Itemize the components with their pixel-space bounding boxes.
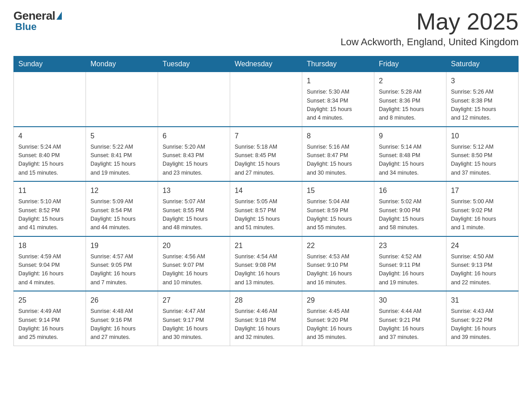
day-info: Sunrise: 4:56 AMSunset: 9:07 PMDaylight:… (163, 253, 225, 287)
calendar-cell: 7Sunrise: 5:18 AMSunset: 8:45 PMDaylight… (230, 127, 302, 182)
day-number: 6 (163, 131, 225, 141)
day-info: Sunrise: 5:30 AMSunset: 8:34 PMDaylight:… (307, 88, 369, 123)
calendar-table: SundayMondayTuesdayWednesdayThursdayFrid… (13, 56, 519, 346)
day-number: 29 (307, 295, 369, 306)
calendar-cell: 20Sunrise: 4:56 AMSunset: 9:07 PMDayligh… (158, 236, 230, 291)
calendar-cell: 31Sunrise: 4:43 AMSunset: 9:22 PMDayligh… (446, 291, 519, 346)
day-number: 28 (235, 295, 297, 306)
day-info: Sunrise: 4:57 AMSunset: 9:05 PMDaylight:… (90, 253, 153, 287)
day-number: 30 (379, 295, 442, 306)
calendar-cell: 19Sunrise: 4:57 AMSunset: 9:05 PMDayligh… (86, 236, 158, 291)
day-number: 23 (379, 240, 442, 251)
day-info: Sunrise: 5:02 AMSunset: 9:00 PMDaylight:… (379, 197, 442, 232)
day-number: 19 (90, 240, 153, 251)
calendar-cell: 17Sunrise: 5:00 AMSunset: 9:02 PMDayligh… (446, 181, 519, 236)
calendar-cell: 30Sunrise: 4:44 AMSunset: 9:21 PMDayligh… (374, 291, 446, 346)
day-info: Sunrise: 5:09 AMSunset: 8:54 PMDaylight:… (90, 197, 153, 232)
day-info: Sunrise: 4:50 AMSunset: 9:13 PMDaylight:… (451, 253, 514, 287)
day-number: 5 (90, 131, 153, 141)
day-number: 3 (451, 76, 514, 86)
day-info: Sunrise: 5:20 AMSunset: 8:43 PMDaylight:… (163, 143, 225, 178)
logo: General Blue (13, 9, 62, 33)
calendar-cell: 8Sunrise: 5:16 AMSunset: 8:47 PMDaylight… (302, 127, 374, 182)
day-info: Sunrise: 5:10 AMSunset: 8:52 PMDaylight:… (18, 197, 81, 232)
day-number: 18 (18, 240, 81, 251)
calendar-cell: 12Sunrise: 5:09 AMSunset: 8:54 PMDayligh… (86, 181, 158, 236)
day-number: 9 (379, 131, 442, 141)
day-number: 2 (379, 76, 442, 86)
day-info: Sunrise: 4:46 AMSunset: 9:18 PMDaylight:… (235, 307, 297, 342)
calendar-cell: 18Sunrise: 4:59 AMSunset: 9:04 PMDayligh… (14, 236, 86, 291)
day-info: Sunrise: 4:53 AMSunset: 9:10 PMDaylight:… (307, 253, 369, 287)
weekday-header-tuesday: Tuesday (158, 56, 230, 72)
calendar-cell: 4Sunrise: 5:24 AMSunset: 8:40 PMDaylight… (14, 127, 86, 182)
day-info: Sunrise: 5:16 AMSunset: 8:47 PMDaylight:… (307, 143, 369, 178)
day-number: 7 (235, 131, 297, 141)
calendar-cell: 29Sunrise: 4:45 AMSunset: 9:20 PMDayligh… (302, 291, 374, 346)
title-area: May 2025 Low Ackworth, England, United K… (341, 9, 519, 48)
day-number: 8 (307, 131, 369, 141)
day-number: 25 (18, 295, 81, 306)
day-info: Sunrise: 4:54 AMSunset: 9:08 PMDaylight:… (235, 253, 297, 287)
calendar-cell: 13Sunrise: 5:07 AMSunset: 8:55 PMDayligh… (158, 181, 230, 236)
day-number: 21 (235, 240, 297, 251)
day-info: Sunrise: 5:04 AMSunset: 8:59 PMDaylight:… (307, 197, 369, 232)
day-info: Sunrise: 5:24 AMSunset: 8:40 PMDaylight:… (18, 143, 81, 178)
weekday-header-monday: Monday (86, 56, 158, 72)
day-number: 20 (163, 240, 225, 251)
day-number: 14 (235, 185, 297, 196)
day-info: Sunrise: 5:14 AMSunset: 8:48 PMDaylight:… (379, 143, 442, 178)
day-number: 15 (307, 185, 369, 196)
weekday-header-wednesday: Wednesday (230, 56, 302, 72)
calendar-cell: 14Sunrise: 5:05 AMSunset: 8:57 PMDayligh… (230, 181, 302, 236)
day-info: Sunrise: 4:43 AMSunset: 9:22 PMDaylight:… (451, 307, 514, 342)
month-title: May 2025 (341, 9, 519, 34)
calendar-cell: 6Sunrise: 5:20 AMSunset: 8:43 PMDaylight… (158, 127, 230, 182)
calendar-cell (86, 72, 158, 127)
day-info: Sunrise: 4:48 AMSunset: 9:16 PMDaylight:… (90, 307, 153, 342)
calendar-cell (230, 72, 302, 127)
weekday-header-saturday: Saturday (446, 56, 519, 72)
page-header: General Blue May 2025 Low Ackworth, Engl… (13, 9, 519, 48)
calendar-cell: 3Sunrise: 5:26 AMSunset: 8:38 PMDaylight… (446, 72, 519, 127)
logo-blue-text: Blue (15, 21, 37, 33)
calendar-cell: 28Sunrise: 4:46 AMSunset: 9:18 PMDayligh… (230, 291, 302, 346)
calendar-cell: 22Sunrise: 4:53 AMSunset: 9:10 PMDayligh… (302, 236, 374, 291)
calendar-cell: 10Sunrise: 5:12 AMSunset: 8:50 PMDayligh… (446, 127, 519, 182)
calendar-cell (14, 72, 86, 127)
calendar-cell: 2Sunrise: 5:28 AMSunset: 8:36 PMDaylight… (374, 72, 446, 127)
day-info: Sunrise: 5:28 AMSunset: 8:36 PMDaylight:… (379, 88, 442, 123)
calendar-cell: 11Sunrise: 5:10 AMSunset: 8:52 PMDayligh… (14, 181, 86, 236)
day-number: 16 (379, 185, 442, 196)
calendar-cell: 21Sunrise: 4:54 AMSunset: 9:08 PMDayligh… (230, 236, 302, 291)
day-info: Sunrise: 5:22 AMSunset: 8:41 PMDaylight:… (90, 143, 153, 178)
day-number: 11 (18, 185, 81, 196)
day-number: 22 (307, 240, 369, 251)
weekday-header-thursday: Thursday (302, 56, 374, 72)
day-number: 1 (307, 76, 369, 86)
day-info: Sunrise: 4:47 AMSunset: 9:17 PMDaylight:… (163, 307, 225, 342)
weekday-header-sunday: Sunday (14, 56, 86, 72)
day-number: 24 (451, 240, 514, 251)
day-number: 17 (451, 185, 514, 196)
day-number: 4 (18, 131, 81, 141)
calendar-cell: 5Sunrise: 5:22 AMSunset: 8:41 PMDaylight… (86, 127, 158, 182)
day-info: Sunrise: 5:18 AMSunset: 8:45 PMDaylight:… (235, 143, 297, 178)
day-number: 12 (90, 185, 153, 196)
calendar-cell: 23Sunrise: 4:52 AMSunset: 9:11 PMDayligh… (374, 236, 446, 291)
calendar-cell: 1Sunrise: 5:30 AMSunset: 8:34 PMDaylight… (302, 72, 374, 127)
location-title: Low Ackworth, England, United Kingdom (341, 36, 519, 48)
calendar-cell: 25Sunrise: 4:49 AMSunset: 9:14 PMDayligh… (14, 291, 86, 346)
logo-triangle-icon (56, 12, 62, 20)
day-info: Sunrise: 5:26 AMSunset: 8:38 PMDaylight:… (451, 88, 514, 123)
day-info: Sunrise: 4:52 AMSunset: 9:11 PMDaylight:… (379, 253, 442, 287)
day-info: Sunrise: 4:59 AMSunset: 9:04 PMDaylight:… (18, 253, 81, 287)
day-info: Sunrise: 4:49 AMSunset: 9:14 PMDaylight:… (18, 307, 81, 342)
calendar-cell (158, 72, 230, 127)
day-info: Sunrise: 4:44 AMSunset: 9:21 PMDaylight:… (379, 307, 442, 342)
weekday-header-friday: Friday (374, 56, 446, 72)
calendar-cell: 24Sunrise: 4:50 AMSunset: 9:13 PMDayligh… (446, 236, 519, 291)
day-number: 10 (451, 131, 514, 141)
day-number: 26 (90, 295, 153, 306)
calendar-cell: 15Sunrise: 5:04 AMSunset: 8:59 PMDayligh… (302, 181, 374, 236)
